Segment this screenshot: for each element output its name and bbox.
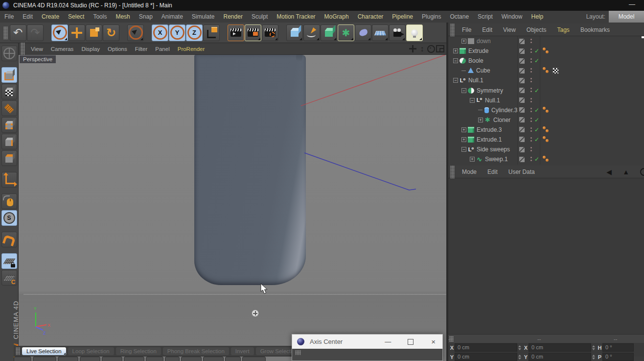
generators-button[interactable]	[321, 24, 337, 41]
menu-item-user-data[interactable]: User Data	[503, 166, 540, 178]
menu-item-script[interactable]: Script	[473, 11, 497, 23]
history-back-icon[interactable]	[606, 168, 612, 176]
enabled-checkmark-icon[interactable]: ✓	[534, 57, 539, 64]
menu-item-create[interactable]: Create	[37, 11, 64, 23]
make-editable-button[interactable]	[1, 46, 17, 61]
stepper-icon[interactable]	[518, 355, 521, 360]
menu-item-simulate[interactable]: Simulate	[187, 11, 219, 23]
environment-button[interactable]	[372, 24, 389, 41]
toolbar-grip[interactable]	[3, 26, 8, 39]
history-up-icon[interactable]	[622, 168, 629, 176]
object-manager-grip[interactable]	[450, 24, 455, 36]
palette-tab-live-selection[interactable]: Live Selection	[22, 347, 66, 355]
menu-item-animate[interactable]: Animate	[157, 11, 187, 23]
texture-mode-button[interactable]	[1, 84, 17, 99]
palette-button-partial[interactable]	[80, 357, 100, 361]
menu-item-character[interactable]: Character	[353, 11, 388, 23]
coordinate-input[interactable]: 0 cm	[529, 343, 591, 352]
texture-tag-icon[interactable]	[552, 68, 559, 74]
menu-item-view[interactable]: View	[27, 43, 47, 55]
menu-item-file[interactable]: File	[0, 11, 18, 23]
object-tag-icons[interactable]	[543, 107, 550, 114]
dialog-close-button[interactable]: ×	[431, 337, 436, 346]
menu-item-mode[interactable]: Mode	[457, 166, 482, 178]
layer-toggle[interactable]	[519, 117, 525, 122]
menu-item-edit[interactable]: Edit	[18, 11, 37, 23]
menu-item-render[interactable]: Render	[219, 11, 247, 23]
visibility-dots[interactable]	[530, 147, 532, 148]
visibility-dots[interactable]	[530, 39, 532, 40]
palette-tab-ring-selection[interactable]: Ring Selection	[116, 347, 161, 355]
tree-row-null-1[interactable]: −L⁰Null.1	[448, 96, 644, 105]
menu-item-plugins[interactable]: Plugins	[417, 11, 445, 23]
zoom-icon[interactable]	[418, 45, 426, 53]
layer-toggle[interactable]	[519, 127, 525, 132]
dialog-grip[interactable]	[295, 350, 301, 355]
enabled-checkmark-icon[interactable]: ✓	[534, 126, 539, 133]
light-button[interactable]	[406, 24, 423, 41]
menu-item-window[interactable]: Window	[497, 11, 527, 23]
snap-settings-button[interactable]: S	[1, 210, 17, 226]
palette-button-partial[interactable]	[242, 357, 266, 361]
coordinate-system-button[interactable]	[203, 24, 220, 41]
render-settings-button[interactable]	[262, 24, 278, 41]
object-tag-icons[interactable]	[543, 136, 550, 143]
layer-toggle[interactable]	[519, 147, 525, 152]
menu-item-bookmarks[interactable]: Bookmarks	[575, 24, 615, 36]
tree-row-extrude[interactable]: +Extrude✓	[448, 46, 644, 56]
last-tool-button[interactable]	[127, 24, 144, 41]
move-button[interactable]	[69, 24, 85, 41]
visibility-dots[interactable]	[530, 108, 532, 109]
menu-item-options[interactable]: Options	[104, 43, 131, 55]
menu-item-motion-tracker[interactable]: Motion Tracker	[272, 11, 320, 23]
object-tag-icons[interactable]	[543, 67, 550, 74]
enabled-checkmark-icon[interactable]: ✓	[534, 136, 539, 143]
menu-item-tools[interactable]: Tools	[89, 11, 111, 23]
scale-button[interactable]	[86, 24, 102, 41]
palette-button-partial[interactable]	[14, 357, 31, 361]
expand-toggle-icon[interactable]: +	[461, 127, 466, 132]
palette-tab-loop-selection[interactable]: Loop Selection	[68, 347, 114, 355]
layer-toggle[interactable]	[519, 39, 525, 44]
coordinate-input[interactable]: 0 °	[602, 343, 634, 352]
palette-button-partial[interactable]	[146, 357, 163, 361]
palette-button-partial[interactable]	[33, 357, 56, 361]
rotate-button[interactable]	[103, 24, 119, 41]
layout-select[interactable]: Model	[609, 11, 644, 23]
enabled-checkmark-icon[interactable]: ✓	[534, 107, 539, 114]
stepper-icon[interactable]	[518, 345, 521, 350]
tree-row-cloner[interactable]: +✱Cloner✓	[448, 115, 644, 125]
primitive-cube-button[interactable]	[286, 24, 303, 41]
menu-item-tags[interactable]: Tags	[552, 24, 575, 36]
menu-item-cameras[interactable]: Cameras	[47, 43, 78, 55]
tree-row-cylinder-3[interactable]: Cylinder.3✓	[448, 105, 644, 115]
palette-button-partial[interactable]	[58, 357, 78, 361]
layer-toggle[interactable]	[519, 107, 525, 113]
render-view-button[interactable]	[228, 24, 244, 41]
menu-item-octane[interactable]: Octane	[445, 11, 473, 23]
x-axis-lock-button[interactable]: X	[152, 24, 168, 41]
camera-view-label[interactable]: Perspective	[20, 55, 56, 63]
viewport-solo-button[interactable]	[1, 193, 17, 209]
palette-button-partial[interactable]	[124, 357, 144, 361]
tree-row-sweep-1[interactable]: +∿Sweep.1✓	[448, 154, 644, 164]
redo-button[interactable]	[27, 24, 44, 41]
model-mode-button[interactable]	[1, 67, 17, 83]
tree-row-boole[interactable]: −Boole✓	[448, 56, 644, 66]
menu-item-edit[interactable]: Edit	[482, 166, 503, 178]
menu-item-pipeline[interactable]: Pipeline	[388, 11, 417, 23]
palette-tab-invert[interactable]: Invert	[231, 347, 254, 355]
tree-row-extrude-1[interactable]: +Extrude.1✓	[448, 135, 644, 144]
palette-button-partial[interactable]	[165, 357, 180, 361]
palette-button-partial[interactable]	[102, 357, 122, 361]
enable-snap-button[interactable]	[1, 232, 17, 247]
stepper-icon[interactable]	[592, 355, 595, 360]
mograph-cloner-button[interactable]	[338, 24, 354, 41]
menu-item-display[interactable]: Display	[77, 43, 104, 55]
expand-toggle-icon[interactable]: +	[453, 48, 458, 53]
menu-item-sculpt[interactable]: Sculpt	[247, 11, 272, 23]
y-axis-lock-button[interactable]: Y	[169, 24, 185, 41]
viewport-canvas[interactable]: Perspective Y X Z	[19, 55, 446, 361]
layer-toggle[interactable]	[519, 78, 525, 83]
collapse-toggle-icon[interactable]: −	[453, 78, 458, 83]
